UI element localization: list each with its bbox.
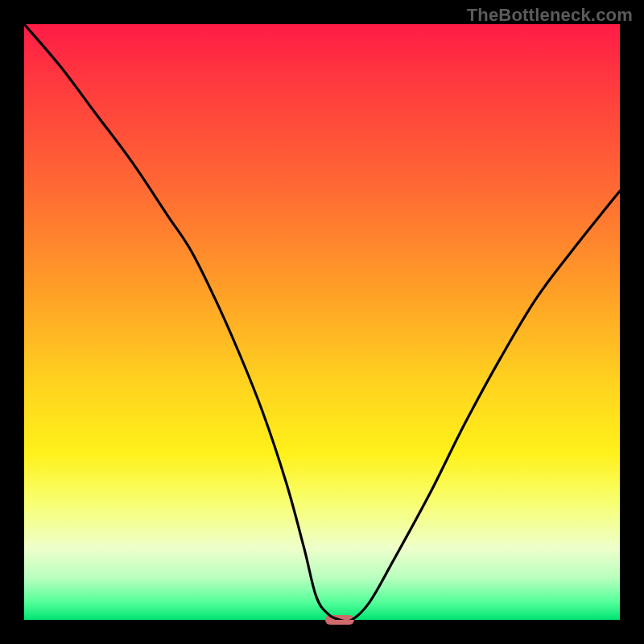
watermark-text: TheBottleneck.com xyxy=(467,5,633,26)
chart-frame: TheBottleneck.com xyxy=(0,0,644,644)
plot-area xyxy=(24,24,620,620)
curve-svg xyxy=(24,24,620,620)
bottleneck-curve xyxy=(24,24,620,620)
